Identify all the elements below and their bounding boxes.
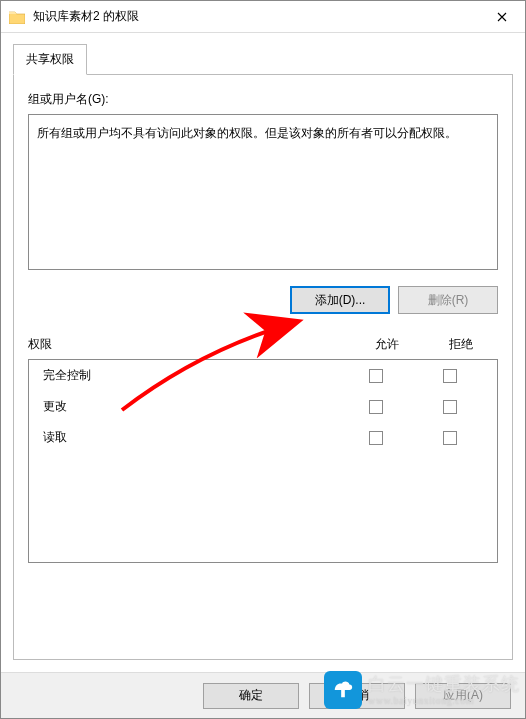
- permissions-dialog: 知识库素材2 的权限 共享权限 组或用户名(G): 所有组或用户均不具有访问此对…: [0, 0, 526, 719]
- group-users-message: 所有组或用户均不具有访问此对象的权限。但是该对象的所有者可以分配权限。: [37, 126, 457, 140]
- watermark-logo-icon: [324, 671, 362, 709]
- user-buttons-row: 添加(D)... 删除(R): [28, 286, 498, 314]
- ok-button[interactable]: 确定: [203, 683, 299, 709]
- dialog-content: 共享权限 组或用户名(G): 所有组或用户均不具有访问此对象的权限。但是该对象的…: [1, 33, 525, 672]
- watermark-text: 白云一键重装系统 www.baiyunxitong.com: [368, 674, 520, 706]
- permission-name: 完全控制: [43, 367, 339, 384]
- permissions-header: 权限 允许 拒绝: [28, 336, 498, 353]
- permission-name: 读取: [43, 429, 339, 446]
- permission-name: 更改: [43, 398, 339, 415]
- permission-row: 读取: [29, 422, 497, 453]
- permissions-header-allow: 允许: [350, 336, 424, 353]
- permissions-header-deny: 拒绝: [424, 336, 498, 353]
- allow-checkbox[interactable]: [369, 431, 383, 445]
- permission-row: 更改: [29, 391, 497, 422]
- group-users-listbox[interactable]: 所有组或用户均不具有访问此对象的权限。但是该对象的所有者可以分配权限。: [28, 114, 498, 270]
- allow-checkbox[interactable]: [369, 400, 383, 414]
- tab-share-permissions[interactable]: 共享权限: [13, 44, 87, 75]
- remove-button: 删除(R): [398, 286, 498, 314]
- permissions-listbox: 完全控制 更改 读取: [28, 359, 498, 563]
- allow-checkbox[interactable]: [369, 369, 383, 383]
- watermark: 白云一键重装系统 www.baiyunxitong.com: [324, 671, 520, 709]
- titlebar: 知识库素材2 的权限: [1, 1, 525, 33]
- deny-checkbox[interactable]: [443, 369, 457, 383]
- tab-strip: 共享权限: [13, 43, 513, 74]
- folder-icon: [9, 10, 25, 24]
- permissions-header-name: 权限: [28, 336, 350, 353]
- tab-body: 组或用户名(G): 所有组或用户均不具有访问此对象的权限。但是该对象的所有者可以…: [13, 74, 513, 660]
- deny-checkbox[interactable]: [443, 400, 457, 414]
- group-users-label: 组或用户名(G):: [28, 91, 498, 108]
- window-title: 知识库素材2 的权限: [33, 8, 479, 25]
- add-button[interactable]: 添加(D)...: [290, 286, 390, 314]
- close-button[interactable]: [479, 1, 525, 33]
- permission-row: 完全控制: [29, 360, 497, 391]
- watermark-line2: www.baiyunxitong.com: [368, 695, 520, 707]
- deny-checkbox[interactable]: [443, 431, 457, 445]
- watermark-line1: 白云一键重装系统: [368, 674, 520, 695]
